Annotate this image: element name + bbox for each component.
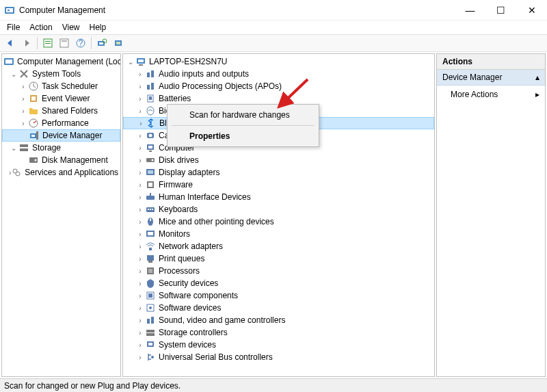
device-category[interactable]: ›Disk drives — [123, 154, 434, 166]
device-category[interactable]: ›Audio inputs and outputs — [123, 68, 434, 80]
maximize-button[interactable]: ☐ — [485, 0, 516, 21]
device-category[interactable]: ›Mice and other pointing devices — [123, 215, 434, 228]
tree-system-tools[interactable]: ⌄ System Tools — [2, 68, 120, 80]
tree-device-manager[interactable]: Device Manager — [2, 129, 120, 142]
device-category[interactable]: ›Human Interface Devices — [123, 191, 434, 203]
context-properties[interactable]: Properties — [169, 127, 317, 145]
expand-icon[interactable]: › — [18, 118, 28, 128]
expand-icon[interactable]: › — [135, 315, 145, 325]
audio-icon — [145, 68, 156, 79]
device-category[interactable]: ›Monitors — [123, 228, 434, 240]
expand-icon[interactable]: › — [18, 81, 28, 91]
svg-rect-63 — [148, 261, 152, 263]
device-category[interactable]: ›Universal Serial Bus controllers — [123, 351, 434, 363]
svg-rect-65 — [148, 269, 152, 273]
device-category[interactable]: ›Processors — [123, 265, 434, 277]
tree-storage[interactable]: ⌄ Storage — [2, 142, 120, 154]
refresh-button[interactable] — [111, 36, 126, 51]
tree-event-viewer[interactable]: › Event Viewer — [2, 92, 120, 105]
device-category-label: Disk drives — [159, 155, 199, 165]
expand-icon[interactable]: › — [135, 81, 145, 91]
expand-icon[interactable]: › — [136, 118, 146, 128]
close-button[interactable]: ✕ — [516, 0, 547, 21]
device-category[interactable]: ›Sound, video and game controllers — [123, 314, 434, 326]
device-category[interactable]: ›Software components — [123, 289, 434, 302]
device-category[interactable]: ›Security devices — [123, 277, 434, 289]
expand-icon[interactable]: › — [135, 106, 145, 116]
menu-action[interactable]: Action — [25, 21, 56, 34]
expand-icon[interactable]: › — [135, 266, 145, 276]
svg-rect-58 — [150, 218, 151, 221]
expand-icon[interactable]: › — [135, 155, 145, 165]
expand-icon[interactable]: › — [135, 254, 145, 263]
expand-icon[interactable]: › — [135, 229, 145, 239]
device-category-label: Audio inputs and outputs — [159, 69, 249, 79]
tree-performance[interactable]: › Performance — [2, 117, 120, 129]
expand-icon[interactable]: › — [135, 217, 145, 226]
svg-rect-60 — [148, 232, 153, 235]
expand-icon[interactable]: › — [135, 205, 145, 214]
svg-rect-5 — [45, 43, 51, 44]
help-button[interactable]: ? — [73, 36, 88, 51]
expand-icon[interactable]: › — [135, 340, 145, 350]
expand-icon[interactable]: › — [135, 352, 145, 362]
expand-icon[interactable]: › — [135, 131, 145, 140]
show-hide-tree-button[interactable] — [40, 36, 55, 51]
svg-rect-32 — [139, 64, 143, 66]
device-category[interactable]: ›Display adapters — [123, 166, 434, 179]
tree-root[interactable]: Computer Management (Local) — [2, 55, 120, 68]
expand-icon[interactable]: › — [135, 192, 145, 202]
menu-help[interactable]: Help — [85, 21, 111, 34]
tree-task-scheduler[interactable]: › Task Scheduler — [2, 80, 120, 92]
device-category[interactable]: ›Batteries — [123, 92, 434, 105]
device-category[interactable]: ›Software devices — [123, 302, 434, 314]
center-pane: ⌄ LAPTOP-ESH2SN7U ›Audio inputs and outp… — [122, 53, 435, 377]
collapse-icon[interactable]: ⌄ — [9, 69, 18, 79]
forward-button[interactable] — [19, 36, 34, 51]
expand-icon[interactable]: › — [135, 143, 145, 153]
device-category[interactable]: ›Audio Processing Objects (APOs) — [123, 80, 434, 92]
expand-icon[interactable]: › — [135, 241, 145, 251]
window-title: Computer Management — [19, 5, 455, 15]
expand-icon[interactable]: › — [18, 106, 28, 116]
device-tree-root[interactable]: ⌄ LAPTOP-ESH2SN7U — [123, 55, 434, 68]
expand-icon[interactable]: › — [135, 180, 145, 190]
more-actions[interactable]: More Actions ▸ — [437, 86, 545, 103]
expand-icon[interactable]: › — [18, 94, 28, 103]
menu-view[interactable]: View — [58, 21, 84, 34]
back-button[interactable] — [3, 36, 18, 51]
minimize-button[interactable]: — — [455, 0, 485, 21]
expand-icon[interactable]: › — [135, 303, 145, 313]
expand-icon[interactable]: › — [135, 69, 145, 79]
expand-icon[interactable]: › — [135, 278, 145, 288]
menu-file[interactable]: File — [3, 21, 24, 34]
sw-component-icon — [145, 290, 156, 301]
device-category-label: Processors — [159, 266, 200, 276]
device-category[interactable]: ›Network adapters — [123, 240, 434, 252]
collapse-icon[interactable]: ⌄ — [9, 143, 18, 153]
svg-rect-52 — [150, 193, 151, 196]
device-category[interactable]: ›Storage controllers — [123, 326, 434, 339]
actions-section[interactable]: Device Manager ▴ — [437, 70, 545, 86]
svg-rect-11 — [99, 42, 103, 44]
tree-disk-management[interactable]: Disk Management — [2, 154, 120, 166]
expand-icon[interactable]: › — [135, 291, 145, 300]
tree-shared-folders[interactable]: › Shared Folders — [2, 105, 120, 117]
print-icon — [145, 253, 156, 264]
device-category[interactable]: ›System devices — [123, 339, 434, 351]
properties-button[interactable] — [57, 36, 72, 51]
scan-hardware-button[interactable] — [94, 36, 109, 51]
device-category-label: Storage controllers — [159, 328, 228, 337]
expand-icon[interactable]: › — [135, 328, 145, 337]
collapse-icon[interactable]: ⌄ — [126, 57, 135, 66]
context-scan-hardware[interactable]: Scan for hardware changes — [169, 106, 317, 124]
expand-icon[interactable]: › — [135, 94, 145, 103]
actions-header: Actions — [437, 54, 545, 70]
device-category[interactable]: ›Firmware — [123, 179, 434, 191]
event-icon — [28, 93, 39, 104]
device-category[interactable]: ›Print queues — [123, 252, 434, 265]
device-category[interactable]: ›Keyboards — [123, 203, 434, 215]
device-category-label: Print queues — [159, 254, 204, 263]
tree-services-apps[interactable]: › Services and Applications — [2, 166, 120, 179]
expand-icon[interactable]: › — [135, 168, 145, 177]
